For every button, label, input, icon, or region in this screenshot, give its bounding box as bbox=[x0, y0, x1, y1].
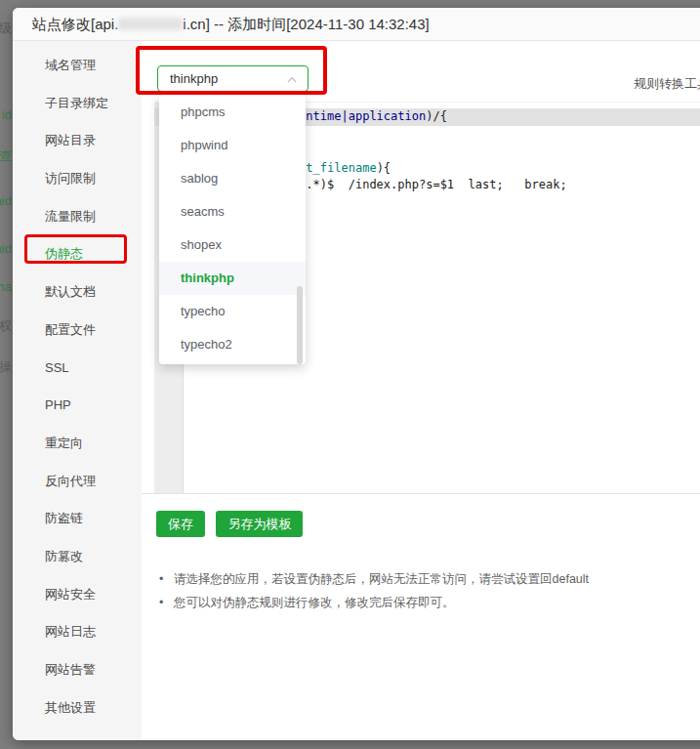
dropdown-option-phpwind[interactable]: phpwind bbox=[159, 129, 306, 162]
code-token: )/{ bbox=[426, 109, 447, 123]
rewrite-template-select[interactable]: thinkphp bbox=[157, 65, 309, 92]
dropdown-option-phpcms[interactable]: phpcms bbox=[159, 96, 306, 129]
background-fragment: aid bbox=[0, 193, 12, 208]
sidebar-item-17[interactable]: 其他设置 bbox=[13, 689, 142, 728]
tip-item: 请选择您的应用，若设置伪静态后，网站无法正常访问，请尝试设置回default bbox=[159, 567, 589, 591]
sidebar-item-3[interactable]: 访问限制 bbox=[13, 160, 142, 198]
save-as-template-button[interactable]: 另存为模板 bbox=[216, 511, 303, 537]
dropdown-option-typecho2[interactable]: typecho2 bbox=[159, 328, 306, 361]
dropdown-option-thinkphp[interactable]: thinkphp bbox=[159, 262, 306, 295]
sidebar-item-0[interactable]: 域名管理 bbox=[13, 47, 142, 85]
sidebar-item-12[interactable]: 防盗链 bbox=[13, 500, 142, 538]
redacted-domain bbox=[118, 18, 183, 30]
sidebar-item-15[interactable]: 网站日志 bbox=[13, 613, 142, 651]
sidebar-item-6[interactable]: 默认文档 bbox=[13, 273, 142, 312]
background-fragment: aid bbox=[0, 241, 12, 256]
sidebar-item-10[interactable]: 重定向 bbox=[13, 425, 142, 463]
dialog-title: 站点修改[api.i.cn] -- 添加时间[2024-11-30 14:32:… bbox=[13, 8, 700, 41]
sidebar-item-1[interactable]: 子目录绑定 bbox=[13, 85, 142, 123]
sidebar-item-13[interactable]: 防篡改 bbox=[13, 538, 142, 576]
save-button[interactable]: 保存 bbox=[156, 511, 205, 537]
background-fragment: id bbox=[2, 107, 12, 122]
sidebar-item-pseudo-static-active[interactable]: 伪静态 bbox=[13, 235, 142, 273]
rewrite-template-dropdown: phpcmsphpwindsablogseacmsshopexthinkphpt… bbox=[159, 93, 306, 364]
sidebar-item-16[interactable]: 网站告警 bbox=[13, 651, 142, 689]
dropdown-option-shopex[interactable]: shopex bbox=[159, 229, 306, 262]
dropdown-scrollbar-thumb[interactable] bbox=[297, 286, 303, 364]
sidebar-item-9[interactable]: PHP bbox=[13, 387, 142, 425]
screen: 级id查aidaidha权量操 站点修改[api.i.cn] -- 添加时间[2… bbox=[0, 0, 700, 749]
dropdown-option-sablog[interactable]: sablog bbox=[159, 162, 306, 195]
tip-item: 您可以对伪静态规则进行修改，修改完后保存即可。 bbox=[159, 591, 589, 614]
tips-list: 请选择您的应用，若设置伪静态后，网站无法正常访问，请尝试设置回default您可… bbox=[159, 567, 589, 614]
dialog-title-prefix: 站点修改[api. bbox=[32, 16, 118, 32]
dropdown-option-typecho[interactable]: typecho bbox=[159, 295, 306, 328]
settings-sidebar: 域名管理子目录绑定网站目录访问限制流量限制伪静态默认文档配置文件SSLPHP重定… bbox=[13, 41, 142, 740]
sidebar-item-7[interactable]: 配置文件 bbox=[13, 312, 142, 350]
pseudo-static-panel: thinkphp 规则转换工具 123456 location ~* (runt… bbox=[142, 41, 700, 740]
sidebar-item-4[interactable]: 流量限制 bbox=[13, 198, 142, 236]
sidebar-item-8[interactable]: SSL bbox=[13, 350, 142, 388]
chevron-up-icon bbox=[286, 74, 298, 86]
dialog-title-suffix: i.cn] -- 添加时间[2024-11-30 14:32:43] bbox=[183, 16, 429, 32]
code-token: runtime|application bbox=[292, 109, 426, 123]
background-fragment: 查 bbox=[0, 147, 12, 165]
dropdown-option-seacms[interactable]: seacms bbox=[159, 195, 306, 229]
background-fragment: 权 bbox=[0, 317, 12, 335]
rewrite-template-select-value: thinkphp bbox=[170, 71, 218, 86]
code-token: ){ bbox=[377, 161, 391, 175]
site-modify-dialog: 站点修改[api.i.cn] -- 添加时间[2024-11-30 14:32:… bbox=[13, 8, 700, 740]
dialog-header: 站点修改[api.i.cn] -- 添加时间[2024-11-30 14:32:… bbox=[13, 8, 700, 41]
sidebar-item-2[interactable]: 网站目录 bbox=[13, 122, 142, 160]
button-row: 保存 另存为模板 bbox=[156, 511, 309, 537]
sidebar-item-14[interactable]: 网站安全 bbox=[13, 576, 142, 614]
background-fragment: 量操 bbox=[0, 358, 12, 376]
rule-convert-tool-link[interactable]: 规则转换工具 bbox=[634, 75, 700, 93]
sidebar-item-11[interactable]: 反向代理 bbox=[13, 463, 142, 501]
background-fragment: ha bbox=[0, 279, 12, 294]
background-fragment: 级 bbox=[0, 20, 12, 37]
editor-divider bbox=[142, 493, 700, 494]
